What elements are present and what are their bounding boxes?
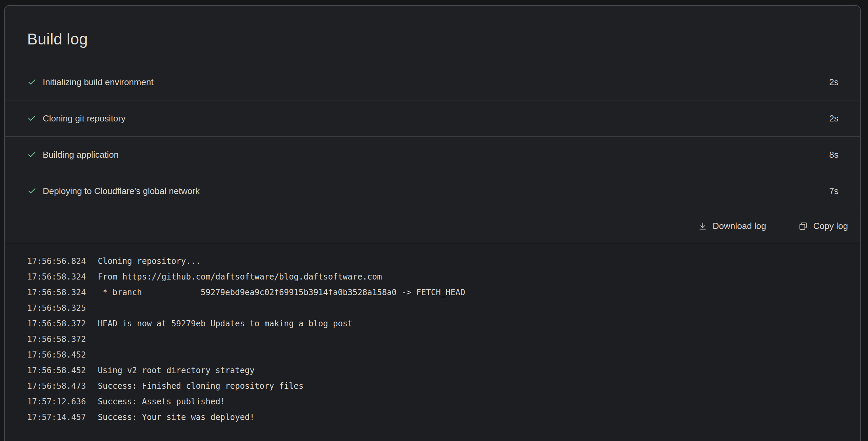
log-timestamp: 17:56:58.452	[27, 366, 86, 375]
log-line: 17:56:58.324 * branch 59279ebd9ea9c02f69…	[27, 285, 839, 300]
step-duration: 8s	[829, 150, 839, 160]
step-duration: 7s	[829, 186, 839, 196]
log-actions-bar: Download log Copy log	[5, 209, 860, 243]
log-timestamp: 17:56:58.372	[27, 334, 86, 344]
page-title: Build log	[27, 30, 838, 49]
log-timestamp: 17:56:58.372	[27, 319, 86, 328]
log-timestamp: 17:57:14.457	[27, 413, 86, 422]
copy-log-button[interactable]: Copy log	[792, 216, 855, 236]
log-timestamp: 17:57:12.636	[27, 397, 86, 406]
step-label: Cloning git repository	[43, 113, 125, 124]
build-step-row: Cloning git repository 2s	[5, 100, 860, 137]
log-line: 17:56:58.325	[27, 300, 839, 316]
download-icon	[698, 222, 707, 231]
log-message: Success: Assets published!	[98, 397, 225, 406]
log-line: 17:56:58.372	[27, 331, 839, 347]
build-step-row: Building application 8s	[5, 137, 860, 173]
log-message: * branch 59279ebd9ea9c02f69915b3914fa0b3…	[98, 288, 465, 297]
log-timestamp: 17:56:58.325	[27, 303, 86, 313]
log-line: 17:56:56.824Cloning repository...	[27, 253, 839, 269]
log-timestamp: 17:56:56.824	[27, 256, 86, 266]
log-timestamp: 17:56:58.324	[27, 288, 86, 297]
build-log-panel: Build log Initializing build environment…	[4, 5, 861, 441]
download-log-button[interactable]: Download log	[691, 216, 773, 236]
copy-icon	[798, 222, 808, 231]
log-message: From https://github.com/daftsoftware/blo…	[98, 272, 382, 282]
log-output: 17:56:56.824Cloning repository... 17:56:…	[5, 243, 860, 441]
step-duration: 2s	[829, 77, 839, 88]
check-icon	[27, 114, 37, 123]
log-timestamp: 17:56:58.452	[27, 350, 86, 360]
log-line: 17:56:58.452	[27, 347, 839, 363]
step-label: Initializing build environment	[43, 77, 154, 88]
build-step-row: Initializing build environment 2s	[5, 64, 860, 100]
copy-log-label: Copy log	[813, 221, 848, 231]
check-icon	[27, 150, 37, 159]
download-log-label: Download log	[713, 221, 766, 231]
panel-header: Build log	[5, 6, 860, 64]
log-timestamp: 17:56:58.324	[27, 272, 86, 282]
log-line: 17:57:12.636Success: Assets published!	[27, 394, 839, 409]
log-line: 17:56:58.324From https://github.com/daft…	[27, 269, 839, 285]
build-step-row: Deploying to Cloudflare's global network…	[5, 173, 860, 209]
log-message: Success: Finished cloning repository fil…	[98, 381, 303, 391]
check-icon	[27, 77, 37, 87]
log-line: 17:56:58.473Success: Finished cloning re…	[27, 378, 839, 394]
log-timestamp: 17:56:58.473	[27, 381, 86, 391]
log-message: Success: Your site was deployed!	[98, 413, 254, 422]
log-line: 17:56:58.372HEAD is now at 59279eb Updat…	[27, 316, 839, 331]
log-line: 17:56:58.452Using v2 root directory stra…	[27, 363, 839, 378]
step-label: Deploying to Cloudflare's global network	[43, 186, 200, 196]
log-message: Using v2 root directory strategy	[98, 366, 254, 375]
log-message: HEAD is now at 59279eb Updates to making…	[98, 319, 352, 328]
build-steps-list: Initializing build environment 2s Clonin…	[5, 64, 860, 209]
step-duration: 2s	[829, 113, 839, 124]
log-line: 17:57:14.457Success: Your site was deplo…	[27, 409, 839, 425]
check-icon	[27, 186, 37, 196]
log-message: Cloning repository...	[98, 256, 200, 266]
step-label: Building application	[43, 150, 119, 160]
